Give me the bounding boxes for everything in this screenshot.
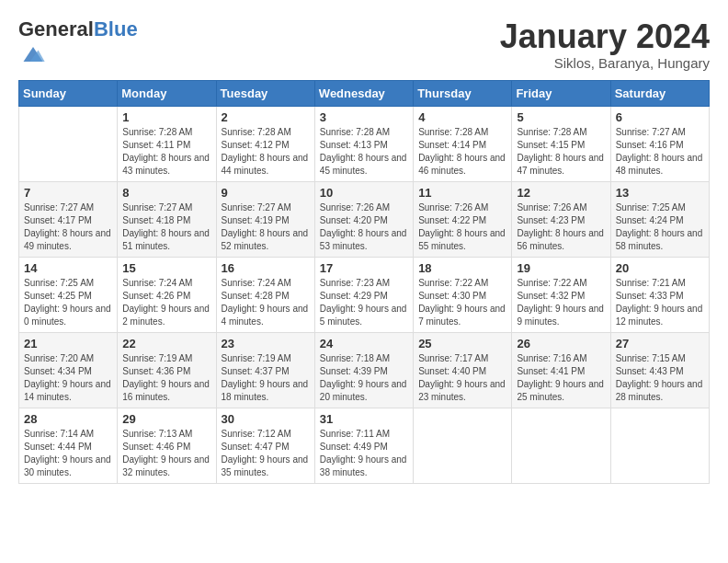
calendar-cell: 8Sunrise: 7:27 AMSunset: 4:18 PMDaylight… (118, 181, 216, 257)
day-number: 7 (24, 186, 112, 200)
day-info: Sunrise: 7:22 AMSunset: 4:30 PMDaylight:… (418, 277, 506, 328)
month-title: January 2024 (500, 18, 710, 55)
day-info: Sunrise: 7:16 AMSunset: 4:41 PMDaylight:… (517, 352, 605, 404)
calendar-cell: 9Sunrise: 7:27 AMSunset: 4:19 PMDaylight… (216, 181, 314, 257)
day-info: Sunrise: 7:23 AMSunset: 4:29 PMDaylight:… (320, 277, 408, 328)
column-header-wednesday: Wednesday (314, 80, 413, 106)
day-number: 14 (24, 261, 112, 275)
column-header-sunday: Sunday (19, 80, 118, 106)
day-number: 4 (418, 110, 506, 124)
logo-general-text: General (18, 17, 94, 40)
title-block: January 2024 Siklos, Baranya, Hungary (500, 18, 710, 71)
calendar-cell: 20Sunrise: 7:21 AMSunset: 4:33 PMDayligh… (610, 257, 709, 332)
day-info: Sunrise: 7:25 AMSunset: 4:24 PMDaylight:… (616, 201, 704, 253)
day-number: 9 (222, 186, 310, 200)
day-info: Sunrise: 7:27 AMSunset: 4:16 PMDaylight:… (616, 126, 704, 178)
day-number: 3 (320, 110, 408, 124)
day-info: Sunrise: 7:13 AMSunset: 4:46 PMDaylight:… (122, 428, 210, 479)
column-header-thursday: Thursday (414, 80, 512, 106)
day-info: Sunrise: 7:28 AMSunset: 4:15 PMDaylight:… (517, 126, 605, 178)
calendar-cell: 2Sunrise: 7:28 AMSunset: 4:12 PMDaylight… (216, 106, 314, 181)
calendar-cell: 3Sunrise: 7:28 AMSunset: 4:13 PMDaylight… (314, 106, 413, 181)
calendar-cell: 7Sunrise: 7:27 AMSunset: 4:17 PMDaylight… (19, 181, 118, 257)
day-number: 19 (517, 261, 605, 275)
day-info: Sunrise: 7:14 AMSunset: 4:44 PMDaylight:… (24, 428, 112, 479)
day-number: 15 (122, 261, 210, 275)
day-number: 13 (616, 186, 704, 200)
calendar-cell: 23Sunrise: 7:19 AMSunset: 4:37 PMDayligh… (216, 332, 314, 408)
calendar-week-row: 14Sunrise: 7:25 AMSunset: 4:25 PMDayligh… (19, 257, 710, 332)
calendar-cell: 1Sunrise: 7:28 AMSunset: 4:11 PMDaylight… (118, 106, 216, 181)
calendar-cell: 26Sunrise: 7:16 AMSunset: 4:41 PMDayligh… (512, 332, 610, 408)
calendar-cell: 13Sunrise: 7:25 AMSunset: 4:24 PMDayligh… (610, 181, 709, 257)
day-info: Sunrise: 7:28 AMSunset: 4:13 PMDaylight:… (320, 126, 408, 178)
day-info: Sunrise: 7:28 AMSunset: 4:12 PMDaylight:… (222, 126, 310, 178)
calendar-cell (19, 106, 118, 181)
day-number: 17 (320, 261, 408, 275)
calendar-cell: 6Sunrise: 7:27 AMSunset: 4:16 PMDaylight… (610, 106, 709, 181)
day-number: 31 (320, 412, 408, 426)
day-number: 29 (122, 412, 210, 426)
day-number: 12 (517, 186, 605, 200)
day-info: Sunrise: 7:24 AMSunset: 4:26 PMDaylight:… (122, 277, 210, 328)
calendar-cell: 14Sunrise: 7:25 AMSunset: 4:25 PMDayligh… (19, 257, 118, 332)
day-number: 23 (222, 337, 310, 350)
day-number: 27 (616, 337, 704, 350)
column-header-tuesday: Tuesday (216, 80, 314, 106)
calendar-cell: 5Sunrise: 7:28 AMSunset: 4:15 PMDaylight… (512, 106, 610, 181)
logo-icon (20, 40, 46, 66)
day-number: 6 (616, 110, 704, 124)
calendar-cell: 25Sunrise: 7:17 AMSunset: 4:40 PMDayligh… (414, 332, 512, 408)
calendar-cell: 4Sunrise: 7:28 AMSunset: 4:14 PMDaylight… (414, 106, 512, 181)
day-number: 11 (418, 186, 506, 200)
day-number: 10 (320, 186, 408, 200)
calendar-cell: 21Sunrise: 7:20 AMSunset: 4:34 PMDayligh… (19, 332, 118, 408)
page-header: GeneralBlue January 2024 Siklos, Baranya… (18, 18, 710, 71)
day-info: Sunrise: 7:18 AMSunset: 4:39 PMDaylight:… (320, 352, 408, 404)
day-number: 26 (517, 337, 605, 350)
day-number: 18 (418, 261, 506, 275)
day-info: Sunrise: 7:20 AMSunset: 4:34 PMDaylight:… (24, 352, 112, 404)
day-number: 8 (122, 186, 210, 200)
calendar-cell: 22Sunrise: 7:19 AMSunset: 4:36 PMDayligh… (118, 332, 216, 408)
day-number: 20 (616, 261, 704, 275)
day-info: Sunrise: 7:21 AMSunset: 4:33 PMDaylight:… (616, 277, 704, 328)
day-info: Sunrise: 7:27 AMSunset: 4:17 PMDaylight:… (24, 201, 112, 253)
calendar-cell: 12Sunrise: 7:26 AMSunset: 4:23 PMDayligh… (512, 181, 610, 257)
calendar-cell: 31Sunrise: 7:11 AMSunset: 4:49 PMDayligh… (314, 408, 413, 483)
calendar-cell (414, 408, 512, 483)
calendar-week-row: 28Sunrise: 7:14 AMSunset: 4:44 PMDayligh… (19, 408, 710, 483)
day-number: 16 (222, 261, 310, 275)
day-info: Sunrise: 7:26 AMSunset: 4:23 PMDaylight:… (517, 201, 605, 253)
logo: GeneralBlue (18, 18, 138, 70)
calendar-week-row: 1Sunrise: 7:28 AMSunset: 4:11 PMDaylight… (19, 106, 710, 181)
day-info: Sunrise: 7:26 AMSunset: 4:22 PMDaylight:… (418, 201, 506, 253)
calendar-table: SundayMondayTuesdayWednesdayThursdayFrid… (18, 80, 710, 484)
day-number: 28 (24, 412, 112, 426)
day-number: 1 (122, 110, 210, 124)
calendar-week-row: 21Sunrise: 7:20 AMSunset: 4:34 PMDayligh… (19, 332, 710, 408)
calendar-cell (610, 408, 709, 483)
location-subtitle: Siklos, Baranya, Hungary (500, 55, 710, 71)
day-info: Sunrise: 7:28 AMSunset: 4:14 PMDaylight:… (418, 126, 506, 178)
calendar-header-row: SundayMondayTuesdayWednesdayThursdayFrid… (19, 80, 710, 106)
day-info: Sunrise: 7:27 AMSunset: 4:19 PMDaylight:… (222, 201, 310, 253)
calendar-cell: 29Sunrise: 7:13 AMSunset: 4:46 PMDayligh… (118, 408, 216, 483)
calendar-cell: 28Sunrise: 7:14 AMSunset: 4:44 PMDayligh… (19, 408, 118, 483)
day-info: Sunrise: 7:24 AMSunset: 4:28 PMDaylight:… (222, 277, 310, 328)
calendar-cell: 19Sunrise: 7:22 AMSunset: 4:32 PMDayligh… (512, 257, 610, 332)
column-header-monday: Monday (118, 80, 216, 106)
calendar-cell (512, 408, 610, 483)
day-info: Sunrise: 7:19 AMSunset: 4:37 PMDaylight:… (222, 352, 310, 404)
calendar-cell: 27Sunrise: 7:15 AMSunset: 4:43 PMDayligh… (610, 332, 709, 408)
calendar-cell: 11Sunrise: 7:26 AMSunset: 4:22 PMDayligh… (414, 181, 512, 257)
day-number: 24 (320, 337, 408, 350)
calendar-cell: 17Sunrise: 7:23 AMSunset: 4:29 PMDayligh… (314, 257, 413, 332)
calendar-cell: 24Sunrise: 7:18 AMSunset: 4:39 PMDayligh… (314, 332, 413, 408)
calendar-cell: 18Sunrise: 7:22 AMSunset: 4:30 PMDayligh… (414, 257, 512, 332)
calendar-cell: 16Sunrise: 7:24 AMSunset: 4:28 PMDayligh… (216, 257, 314, 332)
day-info: Sunrise: 7:26 AMSunset: 4:20 PMDaylight:… (320, 201, 408, 253)
day-info: Sunrise: 7:11 AMSunset: 4:49 PMDaylight:… (320, 428, 408, 479)
day-number: 25 (418, 337, 506, 350)
day-info: Sunrise: 7:25 AMSunset: 4:25 PMDaylight:… (24, 277, 112, 328)
